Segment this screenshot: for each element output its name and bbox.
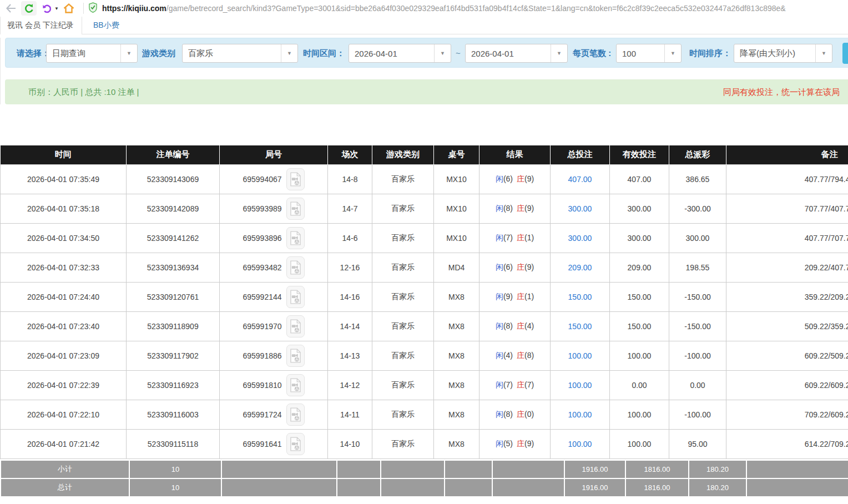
totals-empty: [492, 460, 564, 478]
cell-bet-id: 523309116923: [127, 370, 220, 400]
totals-label: 小计: [1, 460, 129, 478]
total-bet-link[interactable]: 100.00: [568, 381, 592, 390]
toolbar-divider: [83, 3, 84, 14]
table-row: 2026-04-01 07:23:09 523309117902 6959918…: [1, 341, 848, 370]
cell-time: 2026-04-01 07:22:39: [1, 370, 127, 400]
query-type-select[interactable]: 日期查询 ▼: [46, 44, 138, 63]
total-bet-link[interactable]: 150.00: [568, 293, 592, 301]
totals-empty: [337, 478, 381, 497]
round-id: 695993896: [243, 234, 281, 243]
total-bet-link[interactable]: 100.00: [568, 351, 592, 360]
banker-result: 庄: [517, 410, 524, 419]
total-bet-link[interactable]: 150.00: [568, 322, 592, 331]
date-to-select[interactable]: 2026-04-01 ▼: [465, 44, 568, 63]
table-row: 2026-04-01 07:35:49 523309143069 6959940…: [1, 164, 848, 194]
page-size-value: 100: [617, 44, 664, 62]
banker-score: (1): [524, 233, 534, 242]
banker-score: (9): [524, 204, 534, 213]
cell-result: 闲(9)庄(1): [479, 282, 551, 311]
date-from-value: 2026-04-01: [349, 44, 434, 62]
player-result: 闲: [496, 410, 503, 419]
banker-score: (0): [524, 410, 534, 419]
home-icon[interactable]: [61, 1, 77, 16]
search-button[interactable]: 查询: [842, 43, 848, 64]
banker-result: 庄: [517, 439, 524, 448]
video-replay-button[interactable]: [286, 374, 305, 396]
round-id: 695992144: [243, 293, 281, 301]
cell-remark: 407.77/794.42: [726, 164, 848, 194]
address-bar[interactable]: https://kiqiiu.com/game/betrecord_search…: [88, 0, 848, 17]
total-bet-link[interactable]: 407.00: [568, 175, 592, 184]
security-shield-icon[interactable]: [88, 2, 98, 15]
video-replay-button[interactable]: [286, 168, 305, 190]
cell-valid-bet: 300.00: [610, 223, 669, 253]
column-header: 结果: [479, 145, 551, 164]
cell-remark: 709.22/609.22: [726, 400, 848, 429]
total-bet-link[interactable]: 100.00: [568, 440, 592, 448]
banker-score: (9): [524, 174, 534, 183]
cell-session: 12-16: [328, 253, 372, 282]
time-range-label: 时间区间：: [303, 38, 345, 68]
totals-total_bet: 1916.00: [564, 460, 625, 478]
video-replay-button[interactable]: [286, 198, 305, 220]
cell-session: 14-14: [328, 311, 372, 341]
back-arrow-icon[interactable]: [3, 1, 19, 16]
currency-total-summary: 币别：人民币 | 总共 :10 注单 |: [28, 79, 139, 104]
tab-bb-tip[interactable]: BB小费: [82, 21, 130, 31]
cell-time: 2026-04-01 07:21:42: [1, 429, 127, 458]
date-from-select[interactable]: 2026-04-01 ▼: [349, 44, 451, 63]
cell-game-type: 百家乐: [372, 429, 434, 458]
chevron-down-icon: ▼: [551, 44, 567, 62]
cell-result: 闲(8)庄(0): [479, 400, 551, 429]
cell-total-bet: 150.00: [551, 311, 610, 341]
cell-total-bet: 300.00: [551, 223, 610, 253]
url-path: /game/betrecord_search/kind3?GameType=30…: [166, 4, 786, 13]
column-header: 有效投注: [610, 145, 669, 164]
page-size-select[interactable]: 100 ▼: [616, 44, 682, 63]
tab-bar: 视讯 会员 下注纪录 BB小费: [0, 17, 848, 34]
cell-total-bet: 209.00: [551, 253, 610, 282]
total-bet-link[interactable]: 300.00: [568, 234, 592, 243]
page-size-label: 每页笔数 :: [573, 38, 611, 68]
sort-order-select[interactable]: 降幂(由大到小) ▼: [734, 44, 832, 63]
video-replay-button[interactable]: [286, 345, 305, 367]
cell-bet-id: 523309117902: [127, 341, 220, 370]
cell-table-no: MX8: [434, 429, 479, 458]
cell-valid-bet: 100.00: [610, 400, 669, 429]
video-replay-button[interactable]: [286, 227, 305, 249]
total-bet-link[interactable]: 209.00: [568, 263, 592, 272]
totals-valid_bet: 1816.00: [625, 460, 689, 478]
totals-empty: [746, 460, 848, 478]
cell-valid-bet: 100.00: [610, 341, 669, 370]
cell-remark: 509.22/359.22: [726, 311, 848, 341]
column-header: 备注: [726, 145, 848, 164]
video-replay-button[interactable]: [286, 433, 305, 455]
cell-session: 14-13: [328, 341, 372, 370]
total-bet-link[interactable]: 100.00: [568, 410, 592, 419]
undo-dropdown-caret-icon[interactable]: ▼: [54, 6, 59, 11]
cell-remark: 209.22/407.77: [726, 253, 848, 282]
totals-empty: [492, 478, 564, 497]
banker-score: (4): [524, 321, 534, 330]
video-replay-button[interactable]: [286, 315, 305, 337]
column-header: 注单编号: [127, 145, 220, 164]
game-category-select[interactable]: 百家乐 ▼: [182, 44, 298, 63]
cell-result: 闲(7)庄(1): [479, 223, 551, 253]
tab-video-bet-records[interactable]: 视讯 会员 下注纪录: [0, 17, 82, 34]
cell-table-no: MX8: [434, 400, 479, 429]
undo-history-icon[interactable]: [39, 1, 54, 16]
video-replay-button[interactable]: [286, 286, 305, 308]
cell-bet-id: 523309142089: [127, 194, 220, 223]
total-bet-link[interactable]: 300.00: [568, 204, 592, 213]
cell-game-type: 百家乐: [372, 400, 434, 429]
refresh-icon[interactable]: [21, 1, 37, 16]
cell-payout: 300.00: [669, 223, 726, 253]
video-replay-button[interactable]: [286, 256, 305, 279]
table-row: 2026-04-01 07:35:18 523309142089 6959939…: [1, 194, 848, 223]
video-replay-button[interactable]: [286, 404, 305, 426]
banker-score: (9): [524, 263, 534, 271]
table-row: 2026-04-01 07:24:40 523309120761 6959921…: [1, 282, 848, 311]
cell-remark: 707.77/407.77: [726, 194, 848, 223]
banker-result: 庄: [517, 292, 524, 301]
cell-bet-id: 523309120761: [127, 282, 220, 311]
